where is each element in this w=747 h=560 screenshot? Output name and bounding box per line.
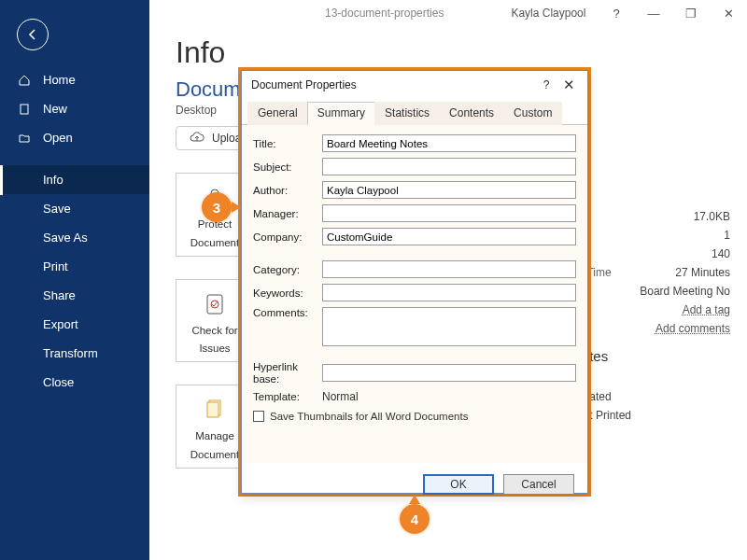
callout-badge-3: 3 bbox=[202, 192, 232, 222]
tab-custom[interactable]: Custom bbox=[503, 102, 562, 125]
input-manager[interactable] bbox=[322, 204, 576, 222]
checkbox-icon bbox=[253, 411, 264, 422]
input-category[interactable] bbox=[322, 260, 576, 278]
nav-label: Transform bbox=[43, 346, 98, 360]
user-name[interactable]: Kayla Claypool bbox=[511, 7, 585, 20]
input-title[interactable] bbox=[322, 134, 576, 152]
nav-export[interactable]: Export bbox=[0, 310, 149, 339]
callout-badge-4: 4 bbox=[400, 504, 430, 534]
template-value: Normal bbox=[322, 390, 359, 403]
dialog-close-button[interactable]: ✕ bbox=[557, 77, 580, 93]
ok-button[interactable]: OK bbox=[423, 474, 494, 495]
minimize-button[interactable]: — bbox=[635, 0, 672, 26]
btn-label1: Check for bbox=[191, 325, 237, 338]
input-company[interactable] bbox=[322, 228, 576, 245]
nav-label: Open bbox=[43, 131, 73, 145]
input-keywords[interactable] bbox=[322, 284, 576, 301]
lbl-category: Category: bbox=[253, 264, 315, 275]
help-button[interactable]: ? bbox=[598, 0, 635, 26]
tab-summary[interactable]: Summary bbox=[307, 102, 375, 125]
dialog-tabs: General Summary Statistics Contents Cust… bbox=[242, 101, 587, 125]
input-author[interactable] bbox=[322, 181, 576, 199]
nav-new[interactable]: New bbox=[0, 94, 149, 123]
lbl-title: Title: bbox=[253, 138, 315, 149]
close-button[interactable]: ✕ bbox=[710, 0, 747, 26]
input-hyperlink[interactable] bbox=[322, 364, 576, 382]
back-button[interactable] bbox=[17, 19, 49, 50]
restore-button[interactable]: ❐ bbox=[672, 0, 710, 26]
nav-info[interactable]: Info bbox=[0, 165, 149, 194]
home-icon bbox=[17, 74, 32, 87]
new-icon bbox=[17, 103, 32, 116]
nav-close[interactable]: Close bbox=[0, 368, 149, 397]
properties-panel: es 17.0KB 1 140 ng Time27 Minutes Board … bbox=[571, 191, 730, 427]
tab-contents[interactable]: Contents bbox=[439, 102, 504, 125]
btn-label2: Document bbox=[190, 237, 239, 250]
nav-print[interactable]: Print bbox=[0, 252, 149, 281]
input-comments[interactable] bbox=[322, 307, 576, 346]
lbl-hyperlink: Hyperlink base: bbox=[253, 361, 315, 385]
lbl-comments: Comments: bbox=[253, 307, 315, 318]
dialog-title: Document Properties bbox=[251, 78, 357, 91]
document-properties-dialog: Document Properties ? ✕ General Summary … bbox=[241, 70, 588, 494]
size-value: 17.0KB bbox=[694, 210, 730, 223]
dialog-help-button[interactable]: ? bbox=[535, 78, 557, 91]
nav-label: New bbox=[43, 102, 67, 116]
svg-rect-6 bbox=[207, 402, 218, 417]
nav-save-as[interactable]: Save As bbox=[0, 223, 149, 252]
title-value: Board Meeting No bbox=[640, 285, 730, 298]
nav-save[interactable]: Save bbox=[0, 194, 149, 223]
cancel-button[interactable]: Cancel bbox=[503, 474, 574, 495]
input-subject[interactable] bbox=[322, 158, 576, 175]
manage-doc-icon bbox=[200, 395, 230, 425]
words-value: 140 bbox=[712, 247, 730, 260]
save-thumbnails-checkbox[interactable]: Save Thumbnails for All Word Documents bbox=[253, 411, 576, 422]
svg-rect-0 bbox=[21, 105, 28, 114]
pages-value: 1 bbox=[724, 229, 730, 242]
nav-label: Save As bbox=[43, 231, 88, 245]
nav-transform[interactable]: Transform bbox=[0, 339, 149, 368]
nav-open[interactable]: Open bbox=[0, 123, 149, 152]
lbl-keywords: Keywords: bbox=[253, 287, 315, 299]
backstage-sidebar: Home New Open Info Save Save As Print Sh… bbox=[0, 0, 149, 560]
lbl-subject: Subject: bbox=[253, 161, 315, 173]
chk-label: Save Thumbnails for All Word Documents bbox=[270, 411, 468, 422]
nav-label: Share bbox=[43, 288, 76, 302]
lbl-author: Author: bbox=[253, 185, 315, 196]
inspect-icon bbox=[200, 289, 230, 319]
nav-home[interactable]: Home bbox=[0, 65, 149, 94]
add-tag-link[interactable]: Add a tag bbox=[683, 303, 730, 316]
lbl-company: Company: bbox=[253, 231, 315, 243]
nav-label: Save bbox=[43, 202, 71, 216]
lbl-manager: Manager: bbox=[253, 208, 315, 219]
page-title: Info bbox=[176, 35, 721, 70]
doc-title: 13-document-properties bbox=[325, 7, 444, 20]
nav-label: Close bbox=[43, 375, 74, 389]
nav-label: Info bbox=[43, 173, 63, 187]
tab-statistics[interactable]: Statistics bbox=[374, 102, 440, 125]
dates-heading: Dates bbox=[571, 348, 730, 364]
nav-label: Print bbox=[43, 259, 68, 273]
add-comments-link[interactable]: Add comments bbox=[655, 322, 730, 335]
btn-label2: Issues bbox=[199, 343, 230, 356]
lbl-template: Template: bbox=[253, 391, 315, 402]
tab-general[interactable]: General bbox=[247, 102, 308, 125]
folder-icon bbox=[17, 132, 32, 145]
nav-label: Home bbox=[43, 73, 76, 87]
nav-share[interactable]: Share bbox=[0, 281, 149, 310]
summary-form: Title: Subject: Author: Manager: Company… bbox=[242, 125, 587, 463]
cloud-upload-icon bbox=[190, 132, 204, 145]
edit-time-value: 27 Minutes bbox=[675, 266, 730, 279]
btn-label1: Manage bbox=[195, 430, 234, 443]
btn-label2: Document bbox=[190, 449, 239, 462]
nav-label: Export bbox=[43, 317, 78, 331]
